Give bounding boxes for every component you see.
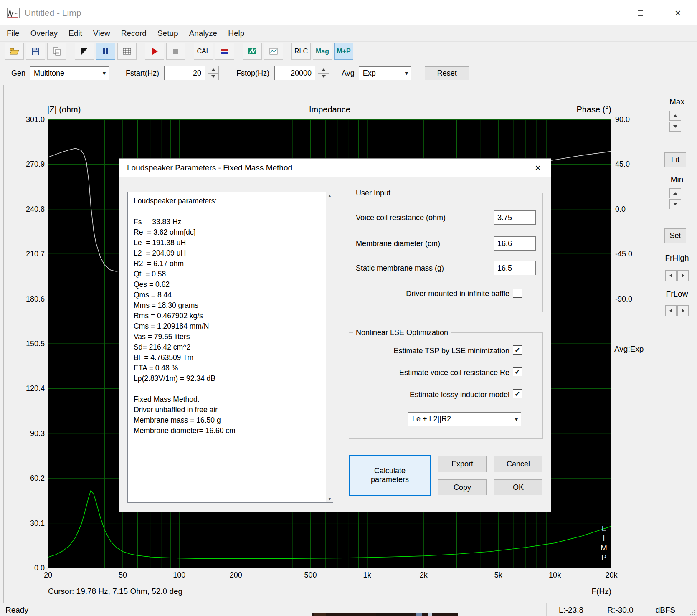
frlow-right-button[interactable] [677, 305, 689, 316]
calculate-parameters-button[interactable]: Calculate parameters [349, 455, 431, 496]
control-bar: Gen Multitone ▾ Fstart(Hz) Fstop(Hz) Avg… [0, 61, 697, 85]
phase-tick-label: 90.0 [615, 115, 630, 124]
dialog-close-button[interactable]: × [525, 159, 551, 177]
chevron-down-icon: ▾ [405, 70, 408, 76]
max-up-button[interactable] [669, 111, 681, 121]
menu-item-record[interactable]: Record [116, 27, 152, 40]
pause-icon [101, 46, 111, 56]
fragment-block [314, 613, 326, 616]
max-down-button[interactable] [669, 122, 681, 132]
minimize-button[interactable] [584, 0, 621, 25]
z-tick-label: 210.7 [26, 250, 45, 259]
copy-button[interactable] [47, 43, 66, 60]
estimate-re-checkbox[interactable]: ✓ [513, 367, 522, 376]
phase-axis-ticks: 90.045.00.0-45.0-90.0 [615, 119, 650, 568]
fstart-spin-up[interactable] [208, 66, 219, 74]
menu-item-setup[interactable]: Setup [152, 27, 184, 40]
inductor-model-select[interactable]: Le + L2||R2 ▾ [408, 412, 521, 426]
menu-item-file[interactable]: File [1, 27, 25, 40]
calibrate-button[interactable]: CAL [194, 43, 213, 60]
x-axis-ticks: 20501002005001k2k5k10k20k [48, 571, 611, 582]
ok-button[interactable]: OK [494, 479, 542, 495]
record-button[interactable] [145, 43, 164, 60]
min-down-button[interactable] [669, 199, 681, 209]
resize-grip[interactable] [686, 603, 697, 616]
fstart-spin-down[interactable] [208, 74, 219, 81]
close-button[interactable]: × [659, 0, 697, 25]
user-input-group: User Input Voice coil resistance (ohm) M… [349, 193, 543, 312]
maximize-button[interactable] [621, 0, 659, 25]
green-diagonal-icon [247, 46, 257, 56]
down-arrow-icon [211, 75, 215, 78]
menu-item-help[interactable]: Help [223, 27, 250, 40]
gen-label: Gen [11, 69, 25, 78]
avg-select[interactable]: Exp ▾ [359, 66, 411, 80]
close-icon: × [674, 8, 681, 18]
fit-button[interactable]: Fit [664, 152, 686, 167]
z-tick-label: 0.0 [34, 564, 45, 573]
magnitude-button[interactable]: Mag [313, 43, 332, 60]
fstart-input[interactable] [164, 66, 205, 80]
infinite-baffle-checkbox[interactable] [513, 289, 522, 298]
menu-item-overlay[interactable]: Overlay [25, 27, 63, 40]
pause-button[interactable] [96, 43, 115, 60]
stop-button[interactable] [166, 43, 185, 60]
parameters-scrollbar[interactable]: ▲ ▼ [326, 192, 333, 502]
membrane-diameter-input[interactable] [494, 236, 536, 251]
table-button[interactable] [117, 43, 137, 60]
parameters-text: Loudspeaker parameters: Fs = 33.83 Hz Re… [128, 192, 326, 502]
generator-button[interactable] [75, 43, 94, 60]
copy-button-dialog[interactable]: Copy [438, 479, 487, 495]
lse-optimization-group: Nonlinear LSE Optimization Estimate TSP … [349, 332, 543, 439]
lse-group-title: Nonlinear LSE Optimization [353, 328, 451, 337]
red-blue-bars-icon [220, 46, 230, 56]
magnitude-phase-button[interactable]: M+P [334, 43, 353, 60]
menu-item-view[interactable]: View [88, 27, 116, 40]
chart-view-button[interactable] [264, 43, 283, 60]
membrane-mass-input[interactable] [494, 261, 536, 275]
frhigh-label: FrHigh [663, 253, 691, 263]
user-input-group-title: User Input [353, 189, 393, 198]
signal-level-button[interactable] [215, 43, 234, 60]
fstop-spin-down[interactable] [318, 74, 329, 81]
frhigh-left-button[interactable] [665, 270, 677, 281]
rlc-button[interactable]: RLC [291, 43, 311, 60]
lse-minimization-checkbox[interactable]: ✓ [513, 345, 522, 355]
frhigh-right-button[interactable] [677, 270, 689, 281]
avg-label: Avg [342, 69, 355, 78]
export-button[interactable]: Export [438, 456, 487, 472]
down-arrow-icon [322, 75, 326, 78]
toolbar-separator [236, 43, 241, 60]
voice-coil-row: Voice coil resistance (ohm) [356, 210, 536, 225]
menu-item-analyze[interactable]: Analyze [184, 27, 223, 40]
lossy-inductor-checkbox[interactable]: ✓ [513, 389, 522, 398]
limp-logo-letter: M [599, 543, 609, 553]
grip-dots-icon [689, 609, 697, 616]
generator-type-select[interactable]: Multitone ▾ [30, 66, 109, 80]
save-button[interactable] [26, 43, 45, 60]
right-arrow-icon [682, 309, 684, 313]
toolbar: CAL RLC Mag M+P [0, 41, 697, 61]
fstart-spinner [208, 66, 219, 80]
left-arrow-icon [669, 309, 672, 313]
fstop-input[interactable] [274, 66, 315, 80]
cancel-button[interactable]: Cancel [494, 456, 542, 472]
copy-icon [52, 46, 62, 56]
min-up-button[interactable] [669, 188, 681, 198]
open-button[interactable] [5, 43, 24, 60]
play-icon [150, 46, 160, 56]
reset-button[interactable]: Reset [425, 66, 469, 80]
overlay-button[interactable] [243, 43, 262, 60]
fstop-spin-up[interactable] [318, 66, 329, 74]
set-button[interactable]: Set [664, 228, 686, 243]
up-arrow-icon [673, 192, 677, 195]
scroll-down-button[interactable]: ▼ [326, 495, 333, 502]
generator-type-value: Multitone [34, 69, 64, 78]
z-tick-label: 240.8 [26, 205, 45, 213]
frlow-left-button[interactable] [665, 305, 677, 316]
voice-coil-input[interactable] [494, 210, 536, 225]
scroll-down-icon: ▼ [328, 497, 332, 501]
x-tick-label: 200 [230, 571, 242, 580]
scroll-up-button[interactable]: ▲ [326, 192, 333, 199]
menu-item-edit[interactable]: Edit [63, 27, 88, 40]
